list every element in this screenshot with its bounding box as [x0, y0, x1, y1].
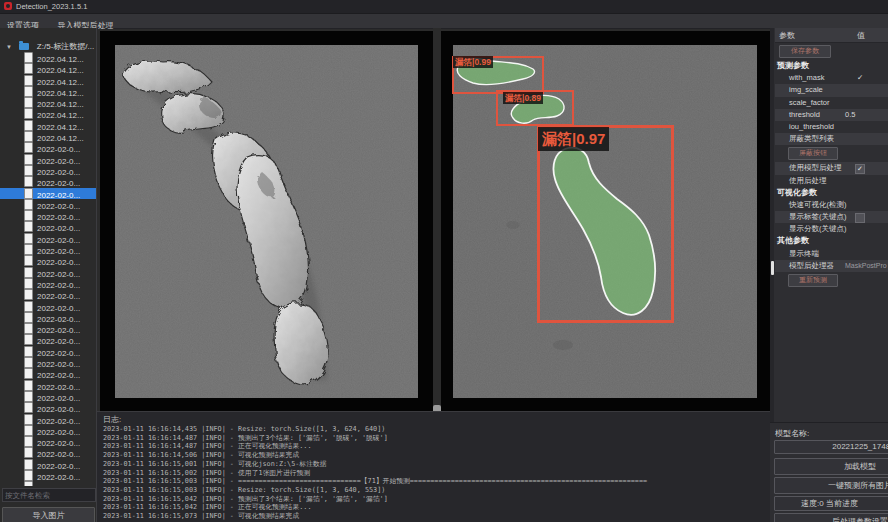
- postprocess-settings-button[interactable]: 后处理参数设置: [774, 513, 888, 522]
- panel-splitter[interactable]: [433, 28, 441, 412]
- tree-item[interactable]: 2022-02-0...: [0, 357, 96, 368]
- tree-item[interactable]: 2022-02-0...: [0, 470, 96, 481]
- log-line: 2023-01-11 16:16:14,506 |INFO| - 可视化预测结果…: [103, 451, 770, 460]
- tree-item[interactable]: 2022-02-0...: [0, 244, 96, 255]
- window-title: Detection_2023.1.5.1: [16, 2, 87, 11]
- detection-label-3: 漏箔|0.97: [538, 127, 609, 151]
- param-checkbox[interactable]: [855, 213, 865, 223]
- param-row: 使用后处理: [775, 175, 888, 187]
- tree-item[interactable]: 2022-02-0...: [0, 346, 96, 357]
- file-icon: [24, 120, 33, 131]
- scrollbar-thumb[interactable]: [771, 261, 774, 275]
- save-params-button[interactable]: 保存参数: [779, 45, 831, 58]
- tree-item[interactable]: 2022-02-0...: [0, 312, 96, 323]
- tree-item[interactable]: 2022-02-0...: [0, 233, 96, 244]
- log-line: 2023-01-11 16:16:14,487 |INFO| - 预测出了3个结…: [103, 434, 770, 443]
- expand-arrow-icon[interactable]: ▼: [6, 44, 12, 50]
- file-icon: [24, 357, 33, 368]
- param-row: 显示标签(关键点): [775, 211, 888, 223]
- tree-item[interactable]: 2022-02-0...: [0, 267, 96, 278]
- tree-item[interactable]: 2022-02-0...: [0, 368, 96, 379]
- log-lines: 2023-01-11 16:16:14,435 |INFO| - Resize:…: [103, 425, 770, 521]
- param-label: 显示分数(关键点): [775, 224, 847, 233]
- tree-item[interactable]: 2022-02-0...: [0, 199, 96, 210]
- parameters-scrollbar[interactable]: [770, 28, 774, 422]
- param-row: with_mask✓: [775, 72, 888, 84]
- file-tree-items: 2022.04.12...2022.04.12...2022.04.12...2…: [0, 52, 96, 486]
- tree-item[interactable]: 2022-02-0...: [0, 255, 96, 266]
- model-name-field[interactable]: 20221225_174813: [774, 440, 888, 454]
- param-row: 显示分数(关键点): [775, 223, 888, 235]
- tree-item[interactable]: 2022-02-0...: [0, 447, 96, 458]
- param-row: 屏蔽类型列表: [775, 133, 888, 145]
- param-label: 显示标签(关键点): [775, 212, 847, 221]
- tree-item[interactable]: 2022-02-0...: [0, 301, 96, 312]
- tree-item[interactable]: 2022-02-0...: [0, 210, 96, 221]
- tree-item[interactable]: 2022-02-0...: [0, 188, 96, 199]
- param-row: 快速可视化(检测): [775, 199, 888, 211]
- tree-item[interactable]: 2022.04.12...: [0, 75, 96, 86]
- app-logo-icon: [4, 2, 12, 10]
- original-image-panel[interactable]: [100, 31, 433, 412]
- file-icon: [24, 481, 33, 486]
- tree-item[interactable]: 2022-02-0...: [0, 165, 96, 176]
- tree-item[interactable]: 2022-02-0...: [0, 380, 96, 391]
- tree-item[interactable]: 2022-02-0...: [0, 221, 96, 232]
- tree-item[interactable]: 2022.04.12...: [0, 52, 96, 63]
- detection-box-3: [537, 125, 674, 323]
- tree-item[interactable]: 2022-02-0...: [0, 481, 96, 486]
- param-section-header: 预测参数: [775, 60, 888, 72]
- tree-item[interactable]: 2022.04.12...: [0, 63, 96, 74]
- filename-search-input[interactable]: [2, 488, 96, 502]
- original-image-canvas: [115, 45, 418, 398]
- tree-item[interactable]: 2022.04.12...: [0, 97, 96, 108]
- tree-item[interactable]: 2022.04.12...: [0, 120, 96, 131]
- column-param: 参数: [779, 30, 795, 41]
- tree-item[interactable]: 2022-02-0...: [0, 414, 96, 425]
- file-icon: [24, 176, 33, 187]
- tree-item[interactable]: 2022.04.12...: [0, 108, 96, 119]
- file-icon: [24, 75, 33, 86]
- param-label: 模型后处理器: [775, 261, 834, 270]
- tree-item[interactable]: 2022-02-0...: [0, 323, 96, 334]
- file-icon: [24, 63, 33, 74]
- param-action-button[interactable]: 重新预测: [788, 274, 838, 287]
- speed-status: 速度:0 当前进度: [774, 496, 888, 511]
- tree-root-node[interactable]: ▼ Z:/5-标注数据/...: [0, 37, 96, 49]
- tree-item[interactable]: 2022-02-0...: [0, 425, 96, 436]
- param-row: 模型后处理器MaskPostPro: [775, 260, 888, 272]
- tree-item[interactable]: 2022-02-0...: [0, 278, 96, 289]
- load-model-button[interactable]: 加载模型: [774, 458, 888, 475]
- param-checkbox[interactable]: ✓: [855, 164, 865, 174]
- param-label: threshold: [775, 110, 820, 119]
- parameters-rows: 预测参数with_mask✓img_scalescale_factorthres…: [775, 60, 888, 287]
- menu-bar: 设置选项 导入模型后处理: [0, 14, 888, 29]
- tree-item[interactable]: 2022.04.12...: [0, 131, 96, 142]
- tree-item-label: 2022-02-0...: [37, 405, 80, 414]
- tree-item[interactable]: 2022-02-0...: [0, 176, 96, 187]
- file-icon: [24, 459, 33, 470]
- file-icon: [24, 334, 33, 345]
- tree-item[interactable]: 2022-02-0...: [0, 334, 96, 345]
- import-images-button[interactable]: 导入图片: [2, 507, 95, 522]
- tree-item[interactable]: 2022-02-0...: [0, 402, 96, 413]
- tree-item[interactable]: 2022-02-0...: [0, 154, 96, 165]
- log-line: 2023-01-11 16:16:15,042 |INFO| - 正在可视化预测…: [103, 503, 770, 512]
- tree-item[interactable]: 2022-02-0...: [0, 436, 96, 447]
- prediction-image-panel[interactable]: 漏箔|0.99 漏箔|0.89 漏箔|0.97: [441, 31, 771, 412]
- log-panel: 日志: 2023-01-11 16:16:14,435 |INFO| - Res…: [97, 411, 770, 522]
- predict-all-button[interactable]: 一键预测所有图片: [774, 477, 888, 494]
- param-label: 显示终端: [775, 249, 819, 258]
- tree-item[interactable]: 2022.04.12...: [0, 86, 96, 97]
- parameters-content: 参数 值 保存参数 预测参数with_mask✓img_scalescale_f…: [775, 28, 888, 289]
- tree-item[interactable]: 2022-02-0...: [0, 289, 96, 300]
- file-icon: [24, 391, 33, 402]
- param-action-button[interactable]: 屏蔽按钮: [788, 147, 838, 160]
- file-icon: [24, 142, 33, 153]
- folder-icon: [19, 43, 29, 50]
- tree-item[interactable]: 2022-02-0...: [0, 142, 96, 153]
- tree-item[interactable]: 2022-02-0...: [0, 459, 96, 470]
- file-icon: [24, 380, 33, 391]
- file-icon: [24, 255, 33, 266]
- tree-item[interactable]: 2022-02-0...: [0, 391, 96, 402]
